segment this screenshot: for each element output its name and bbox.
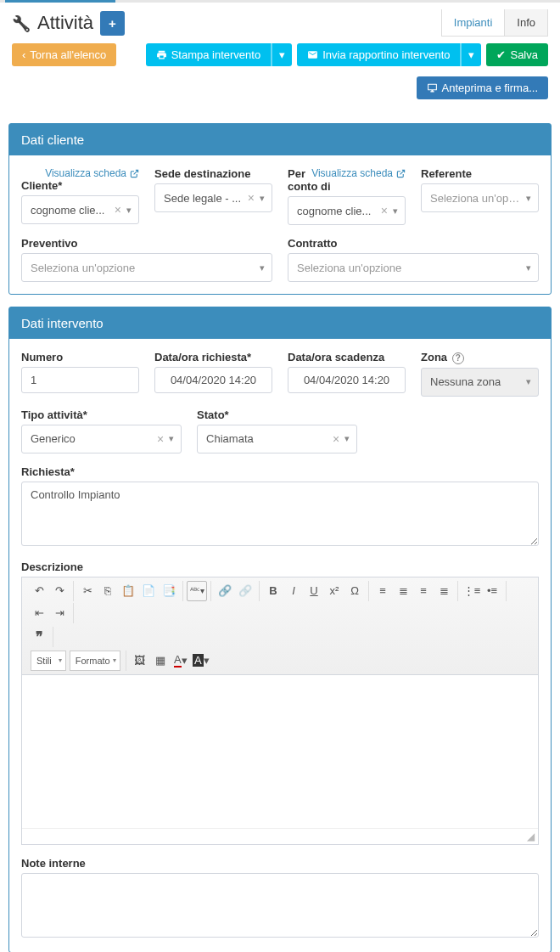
- textarea-note-interne[interactable]: [21, 873, 539, 938]
- select-cliente[interactable]: cognome clie... × ▾: [21, 195, 139, 224]
- select-tipo-attivita[interactable]: Generico × ▾: [21, 425, 182, 453]
- numbered-list-icon[interactable]: ⋮≡: [462, 581, 482, 601]
- unlink-icon[interactable]: 🔗: [235, 581, 255, 601]
- add-button[interactable]: +: [100, 11, 125, 36]
- select-stili[interactable]: Stili: [31, 651, 66, 671]
- bold-icon[interactable]: B: [263, 581, 283, 601]
- print-button-group: Stampa intervento ▾: [146, 43, 293, 66]
- superscript-icon[interactable]: x²: [324, 581, 344, 601]
- caret-down-icon: ▾: [126, 205, 132, 216]
- paste-icon[interactable]: 📋: [118, 581, 138, 601]
- clear-icon[interactable]: ×: [333, 432, 339, 446]
- save-button[interactable]: ✔ Salva: [486, 43, 548, 66]
- send-button[interactable]: Invia rapportino intervento: [297, 43, 460, 66]
- select-perconto[interactable]: cognome clie... × ▾: [288, 196, 406, 225]
- align-justify-icon[interactable]: ≣: [434, 581, 454, 601]
- clear-icon[interactable]: ×: [381, 204, 388, 217]
- underline-icon[interactable]: U: [304, 581, 324, 601]
- caret-down-icon: ▾: [169, 433, 174, 444]
- select-stato[interactable]: Chiamata × ▾: [197, 425, 357, 453]
- panel-dati-intervento-header: Dati intervento: [9, 307, 551, 339]
- caret-down-icon: ▾: [526, 193, 531, 204]
- textarea-richiesta[interactable]: [21, 482, 539, 546]
- editor-content[interactable]: [22, 675, 538, 828]
- help-icon[interactable]: ?: [452, 352, 464, 364]
- label-note-interne: Note interne: [21, 857, 539, 870]
- caret-down-icon: ▾: [279, 48, 285, 61]
- link-visualizza-cliente[interactable]: Visualizza scheda: [45, 167, 139, 179]
- select-stato-value: Chiamata: [206, 432, 328, 445]
- editor-toolbar: ↶ ↷ ✂ ⎘ 📋 📄 📑 ᴬᴮᶜ▾: [22, 577, 538, 675]
- redo-icon[interactable]: ↷: [49, 581, 70, 601]
- panel-dati-cliente-header: Dati cliente: [9, 124, 551, 155]
- back-button-label: Torna all'elenco: [30, 48, 106, 61]
- link-visualizza-perconto[interactable]: Visualizza scheda: [311, 167, 406, 179]
- print-dropdown-toggle[interactable]: ▾: [271, 43, 292, 66]
- wrench-icon: [12, 12, 31, 34]
- label-referente: Referente: [421, 167, 539, 180]
- input-data-richiesta[interactable]: [154, 367, 272, 393]
- caret-down-icon: ▾: [260, 193, 265, 204]
- image-icon[interactable]: 🖼: [130, 651, 150, 671]
- specialchar-icon[interactable]: Ω: [344, 581, 365, 601]
- label-stato: Stato*: [197, 408, 357, 421]
- select-preventivo-placeholder: Seleziona un'opzione: [31, 262, 255, 274]
- blockquote-icon[interactable]: ❞: [29, 627, 49, 647]
- input-numero[interactable]: [21, 367, 139, 393]
- clear-icon[interactable]: ×: [115, 203, 121, 217]
- align-right-icon[interactable]: ≡: [413, 581, 434, 601]
- label-richiesta: Richiesta*: [21, 465, 539, 478]
- cut-icon[interactable]: ✂: [77, 581, 98, 601]
- select-preventivo[interactable]: Seleziona un'opzione ▾: [21, 253, 272, 282]
- print-icon: [156, 49, 167, 60]
- indent-right-icon[interactable]: ⇥: [49, 603, 70, 623]
- italic-icon[interactable]: I: [283, 581, 304, 601]
- editor-resize-handle[interactable]: ◢: [22, 828, 538, 844]
- back-button[interactable]: ‹ Torna all'elenco: [12, 43, 116, 66]
- label-numero: Numero: [21, 351, 139, 363]
- label-tipo-attivita: Tipo attività*: [21, 408, 182, 421]
- tab-info[interactable]: Info: [504, 9, 548, 37]
- label-data-richiesta: Data/ora richiesta*: [154, 351, 272, 363]
- select-perconto-value: cognome clie...: [297, 205, 376, 217]
- clear-icon[interactable]: ×: [248, 191, 255, 205]
- undo-icon[interactable]: ↶: [29, 581, 49, 601]
- input-data-scadenza[interactable]: [288, 367, 406, 393]
- action-bar: ‹ Torna all'elenco Stampa intervento ▾ I…: [0, 38, 560, 71]
- spellcheck-icon[interactable]: ᴬᴮᶜ▾: [187, 581, 207, 601]
- link-label: Visualizza scheda: [45, 167, 126, 179]
- select-formato[interactable]: Formato: [70, 651, 120, 671]
- paste-word-icon[interactable]: 📑: [159, 581, 179, 601]
- paste-text-icon[interactable]: 📄: [138, 581, 159, 601]
- send-dropdown-toggle[interactable]: ▾: [460, 43, 481, 66]
- caret-down-icon: ▾: [526, 262, 531, 273]
- mail-icon: [307, 49, 318, 60]
- panel-dati-intervento: Dati intervento Numero Data/ora richiest…: [8, 307, 552, 952]
- indent-left-icon[interactable]: ⇤: [29, 603, 49, 623]
- link-icon[interactable]: 🔗: [215, 581, 235, 601]
- caret-down-icon: ▾: [526, 376, 531, 387]
- label-sede: Sede destinazione: [154, 167, 272, 180]
- text-color-icon[interactable]: A▾: [171, 651, 191, 671]
- select-zona[interactable]: Nessuna zona ▾: [421, 368, 539, 397]
- label-contratto: Contratto: [288, 237, 539, 250]
- select-contratto[interactable]: Seleziona un'opzione ▾: [288, 253, 539, 282]
- page-title: Attività +: [12, 11, 125, 36]
- select-referente-placeholder: Seleziona un'opz...: [430, 192, 521, 205]
- print-button[interactable]: Stampa intervento: [146, 43, 272, 66]
- select-referente[interactable]: Seleziona un'opz... ▾: [421, 183, 539, 212]
- align-left-icon[interactable]: ≡: [372, 581, 393, 601]
- tab-impianti[interactable]: Impianti: [441, 9, 505, 37]
- bulleted-list-icon[interactable]: •≡: [482, 581, 502, 601]
- header-tabs: Impianti Info: [441, 9, 548, 37]
- select-sede-value: Sede legale - ...: [164, 192, 243, 205]
- caret-down-icon: ▾: [393, 206, 398, 217]
- check-icon: ✔: [496, 48, 506, 61]
- table-icon[interactable]: ▦: [150, 651, 171, 671]
- bg-color-icon[interactable]: A▾: [191, 651, 211, 671]
- clear-icon[interactable]: ×: [157, 432, 164, 446]
- copy-icon[interactable]: ⎘: [98, 581, 118, 601]
- align-center-icon[interactable]: ≣: [393, 581, 413, 601]
- select-sede[interactable]: Sede legale - ... × ▾: [154, 183, 272, 212]
- preview-sign-button[interactable]: Anteprima e firma...: [417, 76, 548, 99]
